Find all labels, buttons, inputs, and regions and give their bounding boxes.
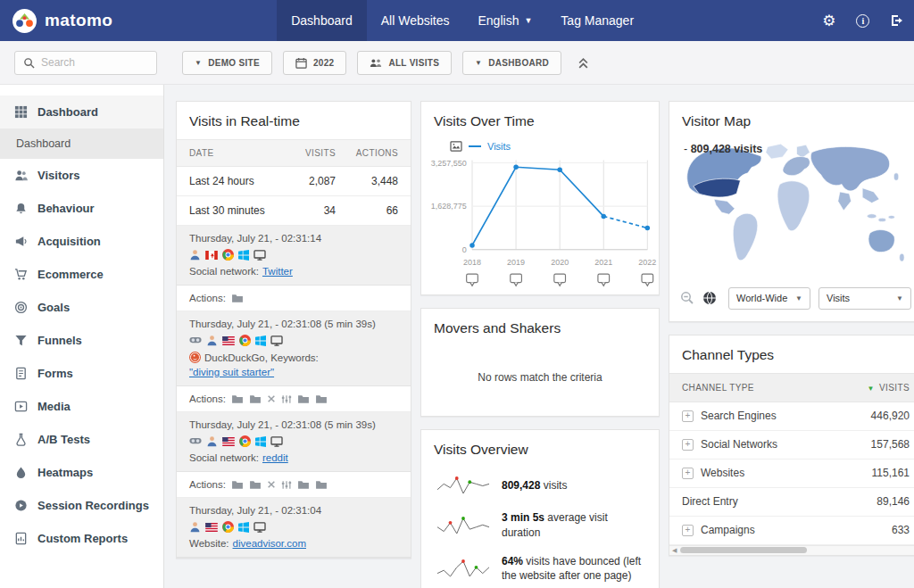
dashboard-selector[interactable]: ▼DASHBOARD — [462, 51, 561, 75]
sidebar-item-goals[interactable]: Goals — [0, 291, 163, 324]
folder-icon[interactable] — [249, 480, 262, 490]
zoom-out-icon[interactable] — [680, 291, 694, 305]
sidebar-item-a-b-tests[interactable]: A/B Tests — [0, 423, 163, 456]
region-select-value: World-Wide — [736, 293, 787, 303]
channel-type-row[interactable]: Direct Entry89,146 — [669, 488, 914, 517]
sidebar-item-funnels[interactable]: Funnels — [0, 324, 163, 357]
referrer-link[interactable]: diveadvisor.com — [233, 538, 306, 549]
folder-icon[interactable] — [249, 394, 262, 404]
world-map[interactable]: - 809,428 visits — [678, 139, 913, 280]
widget-title-channel-types: Channel Types — [669, 335, 914, 373]
folder-icon[interactable] — [297, 480, 310, 490]
folder-icon[interactable] — [297, 394, 310, 404]
channel-type-row[interactable]: +Social Networks157,568 — [669, 431, 914, 460]
matomo-logo[interactable]: matomo — [12, 0, 112, 41]
date-selector[interactable]: 2022 — [283, 51, 346, 75]
expand-icon[interactable]: + — [682, 468, 694, 479]
widget-title-movers-shakers: Movers and Shakers — [421, 309, 659, 346]
sidebar-item-media[interactable]: Media — [0, 390, 163, 423]
sidebar-item-forms[interactable]: Forms — [0, 357, 163, 390]
folder-icon[interactable] — [315, 480, 328, 490]
visit-icons — [189, 435, 398, 447]
topnav-item-english[interactable]: English▼ — [464, 0, 547, 41]
sidebar-item-acquisition[interactable]: Acquisition — [0, 225, 163, 258]
sidebar: DashboardDashboardVisitorsBehaviourAcqui… — [0, 85, 164, 588]
sidebar-item-custom-reports[interactable]: Custom Reports — [0, 522, 163, 555]
flag-ca-icon — [205, 251, 218, 260]
referrer-label: Social network: — [189, 452, 259, 463]
legend-label[interactable]: Visits — [487, 141, 511, 152]
search-x-icon[interactable] — [267, 480, 276, 489]
referrer-label: Social network: — [189, 266, 259, 277]
channel-type-visits: 446,920 — [871, 410, 910, 422]
overview-stat-label: visits have bounced (left the website af… — [502, 555, 641, 582]
sidebar-item-visitors[interactable]: Visitors — [0, 159, 163, 192]
duckduckgo-icon — [189, 352, 201, 363]
site-selector[interactable]: ▼DEMO SITE — [182, 51, 272, 75]
expand-icon[interactable]: + — [682, 439, 694, 451]
annotation-icon[interactable] — [642, 274, 653, 286]
expand-icon[interactable]: + — [682, 525, 694, 536]
folder-icon[interactable] — [231, 394, 244, 404]
folder-icon[interactable] — [315, 394, 328, 404]
equalizer-icon[interactable] — [281, 480, 292, 490]
channel-type-name: Campaigns — [701, 524, 755, 536]
collapse-dashboard-icon[interactable] — [577, 57, 589, 69]
realtime-summary-row: Last 30 minutes3466 — [177, 196, 411, 226]
sidebar-item-heatmaps[interactable]: Heatmaps — [0, 456, 163, 489]
overview-stat-row: 64% visits have bounced (left the websit… — [421, 547, 659, 588]
topnav-item-dashboard[interactable]: Dashboard — [277, 0, 367, 41]
topnav-item-all-websites[interactable]: All Websites — [367, 0, 464, 41]
referrer-link[interactable]: Twitter — [262, 266, 293, 277]
equalizer-icon[interactable] — [281, 394, 292, 404]
channel-type-row[interactable]: +Websites115,161 — [669, 460, 914, 488]
sparkline-chart[interactable] — [436, 515, 491, 536]
folder-icon[interactable] — [231, 294, 244, 303]
visit-actions-row: Actions: — [177, 386, 411, 412]
referrer-link[interactable]: "diving suit starter" — [189, 367, 274, 377]
help-button[interactable]: i — [846, 0, 880, 41]
search-box[interactable] — [14, 51, 157, 75]
sidebar-item-label: Dashboard — [37, 105, 98, 119]
signout-icon — [890, 13, 904, 28]
sparkline-chart[interactable] — [436, 558, 491, 579]
metric-select[interactable]: Visits▼ — [818, 287, 911, 310]
annotation-icon[interactable] — [511, 274, 522, 286]
sidebar-item-behaviour[interactable]: Behaviour — [0, 192, 163, 225]
search-input[interactable] — [41, 56, 148, 69]
sparkline-chart[interactable] — [436, 475, 491, 496]
sidebar-item-dashboard[interactable]: Dashboard — [0, 95, 163, 128]
column-channel-type[interactable]: CHANNEL TYPE — [682, 383, 754, 393]
visits-over-time-chart[interactable]: 3,257,5501,628,775020182019202020212022 — [421, 153, 659, 294]
export-image-icon[interactable] — [450, 141, 462, 152]
sidebar-subitem-dashboard[interactable]: Dashboard — [0, 128, 163, 159]
sidebar-item-session-recordings[interactable]: Session Recordings — [0, 489, 163, 522]
segment-selector[interactable]: ALL VISITS — [357, 51, 452, 75]
channel-type-row[interactable]: +Campaigns633 — [669, 517, 914, 545]
sidebar-item-ecommerce[interactable]: Ecommerce — [0, 258, 163, 291]
region-select[interactable]: World-Wide▼ — [728, 287, 810, 310]
annotation-icon[interactable] — [554, 274, 566, 286]
horizontal-scrollbar[interactable]: ◀ ▶ — [669, 545, 914, 555]
referrer-link[interactable]: reddit — [262, 452, 288, 463]
visit-actions-row: Actions: — [177, 286, 411, 311]
channel-type-row[interactable]: +Search Engines446,920 — [669, 402, 914, 431]
signout-button[interactable] — [880, 0, 914, 41]
overview-stat-text: 3 min 5s average visit duration — [502, 510, 644, 539]
overview-stat-value: 3 min 5s — [502, 511, 544, 524]
topnav-item-tag-manager[interactable]: Tag Manager — [546, 0, 648, 41]
globe-icon[interactable] — [702, 291, 717, 305]
visit-datetime: Thursday, July 21, - 02:31:14 — [189, 233, 398, 244]
settings-button[interactable]: ⚙ — [812, 0, 846, 41]
scroll-left-icon[interactable]: ◀ — [672, 547, 677, 553]
annotation-icon[interactable] — [467, 274, 478, 286]
column-visits[interactable]: ▼VISITS — [868, 383, 910, 393]
toolbar-buttons: ▼DEMO SITE2022ALL VISITS▼DASHBOARD — [182, 51, 561, 75]
windows-icon — [238, 522, 249, 533]
folder-icon[interactable] — [231, 480, 244, 490]
scrollbar-thumb[interactable] — [680, 547, 807, 553]
monitor-icon — [270, 335, 283, 346]
search-x-icon[interactable] — [267, 394, 276, 403]
annotation-icon[interactable] — [598, 274, 610, 286]
expand-icon[interactable]: + — [682, 410, 694, 422]
